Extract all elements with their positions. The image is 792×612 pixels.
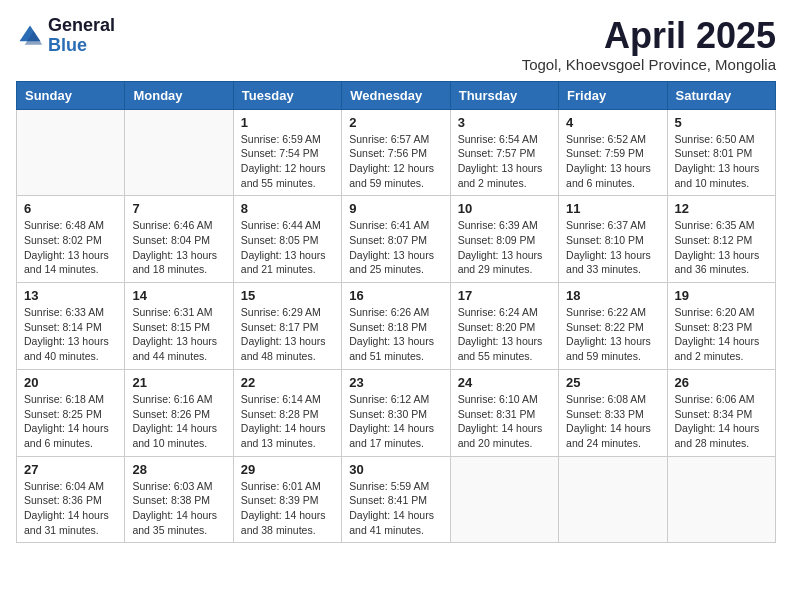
calendar-week-1: 1Sunrise: 6:59 AMSunset: 7:54 PMDaylight… xyxy=(17,109,776,196)
calendar-cell xyxy=(450,456,558,543)
calendar-cell: 11Sunrise: 6:37 AMSunset: 8:10 PMDayligh… xyxy=(559,196,667,283)
calendar-cell: 3Sunrise: 6:54 AMSunset: 7:57 PMDaylight… xyxy=(450,109,558,196)
calendar-cell: 6Sunrise: 6:48 AMSunset: 8:02 PMDaylight… xyxy=(17,196,125,283)
calendar-cell: 29Sunrise: 6:01 AMSunset: 8:39 PMDayligh… xyxy=(233,456,341,543)
day-info: Sunrise: 6:14 AMSunset: 8:28 PMDaylight:… xyxy=(241,392,334,451)
day-number: 10 xyxy=(458,201,551,216)
day-number: 2 xyxy=(349,115,442,130)
weekday-header-saturday: Saturday xyxy=(667,81,775,109)
day-info: Sunrise: 6:16 AMSunset: 8:26 PMDaylight:… xyxy=(132,392,225,451)
day-info: Sunrise: 6:06 AMSunset: 8:34 PMDaylight:… xyxy=(675,392,768,451)
calendar-cell: 9Sunrise: 6:41 AMSunset: 8:07 PMDaylight… xyxy=(342,196,450,283)
day-info: Sunrise: 6:29 AMSunset: 8:17 PMDaylight:… xyxy=(241,305,334,364)
day-number: 15 xyxy=(241,288,334,303)
calendar-cell: 13Sunrise: 6:33 AMSunset: 8:14 PMDayligh… xyxy=(17,283,125,370)
calendar-cell: 26Sunrise: 6:06 AMSunset: 8:34 PMDayligh… xyxy=(667,369,775,456)
calendar-cell: 27Sunrise: 6:04 AMSunset: 8:36 PMDayligh… xyxy=(17,456,125,543)
calendar-cell: 2Sunrise: 6:57 AMSunset: 7:56 PMDaylight… xyxy=(342,109,450,196)
day-info: Sunrise: 6:22 AMSunset: 8:22 PMDaylight:… xyxy=(566,305,659,364)
day-info: Sunrise: 6:37 AMSunset: 8:10 PMDaylight:… xyxy=(566,218,659,277)
day-info: Sunrise: 6:01 AMSunset: 8:39 PMDaylight:… xyxy=(241,479,334,538)
logo-blue-text: Blue xyxy=(48,36,115,56)
day-number: 26 xyxy=(675,375,768,390)
day-info: Sunrise: 6:48 AMSunset: 8:02 PMDaylight:… xyxy=(24,218,117,277)
day-number: 13 xyxy=(24,288,117,303)
day-info: Sunrise: 6:26 AMSunset: 8:18 PMDaylight:… xyxy=(349,305,442,364)
calendar-cell: 18Sunrise: 6:22 AMSunset: 8:22 PMDayligh… xyxy=(559,283,667,370)
calendar-cell: 19Sunrise: 6:20 AMSunset: 8:23 PMDayligh… xyxy=(667,283,775,370)
day-info: Sunrise: 6:54 AMSunset: 7:57 PMDaylight:… xyxy=(458,132,551,191)
weekday-header-sunday: Sunday xyxy=(17,81,125,109)
weekday-header-thursday: Thursday xyxy=(450,81,558,109)
day-number: 24 xyxy=(458,375,551,390)
day-info: Sunrise: 6:41 AMSunset: 8:07 PMDaylight:… xyxy=(349,218,442,277)
day-info: Sunrise: 6:04 AMSunset: 8:36 PMDaylight:… xyxy=(24,479,117,538)
calendar-cell: 7Sunrise: 6:46 AMSunset: 8:04 PMDaylight… xyxy=(125,196,233,283)
calendar-cell: 1Sunrise: 6:59 AMSunset: 7:54 PMDaylight… xyxy=(233,109,341,196)
day-info: Sunrise: 6:20 AMSunset: 8:23 PMDaylight:… xyxy=(675,305,768,364)
day-number: 19 xyxy=(675,288,768,303)
title-area: April 2025 Togol, Khoevsgoel Province, M… xyxy=(522,16,776,73)
day-info: Sunrise: 6:35 AMSunset: 8:12 PMDaylight:… xyxy=(675,218,768,277)
day-info: Sunrise: 6:24 AMSunset: 8:20 PMDaylight:… xyxy=(458,305,551,364)
calendar-cell: 22Sunrise: 6:14 AMSunset: 8:28 PMDayligh… xyxy=(233,369,341,456)
day-number: 25 xyxy=(566,375,659,390)
weekday-header-row: SundayMondayTuesdayWednesdayThursdayFrid… xyxy=(17,81,776,109)
calendar-table: SundayMondayTuesdayWednesdayThursdayFrid… xyxy=(16,81,776,544)
day-number: 8 xyxy=(241,201,334,216)
day-number: 16 xyxy=(349,288,442,303)
calendar-cell xyxy=(17,109,125,196)
calendar-cell xyxy=(125,109,233,196)
day-number: 12 xyxy=(675,201,768,216)
weekday-header-wednesday: Wednesday xyxy=(342,81,450,109)
day-number: 14 xyxy=(132,288,225,303)
calendar-week-5: 27Sunrise: 6:04 AMSunset: 8:36 PMDayligh… xyxy=(17,456,776,543)
calendar-week-3: 13Sunrise: 6:33 AMSunset: 8:14 PMDayligh… xyxy=(17,283,776,370)
day-number: 9 xyxy=(349,201,442,216)
day-info: Sunrise: 6:31 AMSunset: 8:15 PMDaylight:… xyxy=(132,305,225,364)
calendar-cell: 16Sunrise: 6:26 AMSunset: 8:18 PMDayligh… xyxy=(342,283,450,370)
day-number: 28 xyxy=(132,462,225,477)
day-number: 17 xyxy=(458,288,551,303)
calendar-cell: 23Sunrise: 6:12 AMSunset: 8:30 PMDayligh… xyxy=(342,369,450,456)
day-number: 22 xyxy=(241,375,334,390)
day-info: Sunrise: 6:39 AMSunset: 8:09 PMDaylight:… xyxy=(458,218,551,277)
weekday-header-tuesday: Tuesday xyxy=(233,81,341,109)
calendar-cell: 15Sunrise: 6:29 AMSunset: 8:17 PMDayligh… xyxy=(233,283,341,370)
day-number: 11 xyxy=(566,201,659,216)
day-info: Sunrise: 6:44 AMSunset: 8:05 PMDaylight:… xyxy=(241,218,334,277)
calendar-cell: 28Sunrise: 6:03 AMSunset: 8:38 PMDayligh… xyxy=(125,456,233,543)
day-number: 5 xyxy=(675,115,768,130)
day-number: 7 xyxy=(132,201,225,216)
logo-icon xyxy=(16,22,44,50)
calendar-cell: 20Sunrise: 6:18 AMSunset: 8:25 PMDayligh… xyxy=(17,369,125,456)
month-title: April 2025 xyxy=(522,16,776,56)
day-info: Sunrise: 6:03 AMSunset: 8:38 PMDaylight:… xyxy=(132,479,225,538)
day-number: 18 xyxy=(566,288,659,303)
calendar-cell: 17Sunrise: 6:24 AMSunset: 8:20 PMDayligh… xyxy=(450,283,558,370)
logo-general-text: General xyxy=(48,16,115,36)
day-info: Sunrise: 6:08 AMSunset: 8:33 PMDaylight:… xyxy=(566,392,659,451)
day-number: 30 xyxy=(349,462,442,477)
day-number: 29 xyxy=(241,462,334,477)
day-number: 23 xyxy=(349,375,442,390)
weekday-header-friday: Friday xyxy=(559,81,667,109)
day-info: Sunrise: 6:57 AMSunset: 7:56 PMDaylight:… xyxy=(349,132,442,191)
day-number: 27 xyxy=(24,462,117,477)
calendar-cell xyxy=(559,456,667,543)
calendar-cell: 4Sunrise: 6:52 AMSunset: 7:59 PMDaylight… xyxy=(559,109,667,196)
day-number: 6 xyxy=(24,201,117,216)
calendar-cell: 25Sunrise: 6:08 AMSunset: 8:33 PMDayligh… xyxy=(559,369,667,456)
calendar-cell: 12Sunrise: 6:35 AMSunset: 8:12 PMDayligh… xyxy=(667,196,775,283)
calendar-cell: 8Sunrise: 6:44 AMSunset: 8:05 PMDaylight… xyxy=(233,196,341,283)
day-number: 3 xyxy=(458,115,551,130)
calendar-cell: 30Sunrise: 5:59 AMSunset: 8:41 PMDayligh… xyxy=(342,456,450,543)
calendar-cell: 5Sunrise: 6:50 AMSunset: 8:01 PMDaylight… xyxy=(667,109,775,196)
calendar-cell: 21Sunrise: 6:16 AMSunset: 8:26 PMDayligh… xyxy=(125,369,233,456)
day-number: 20 xyxy=(24,375,117,390)
location-text: Togol, Khoevsgoel Province, Mongolia xyxy=(522,56,776,73)
logo: General Blue xyxy=(16,16,115,56)
calendar-cell xyxy=(667,456,775,543)
day-info: Sunrise: 6:10 AMSunset: 8:31 PMDaylight:… xyxy=(458,392,551,451)
weekday-header-monday: Monday xyxy=(125,81,233,109)
